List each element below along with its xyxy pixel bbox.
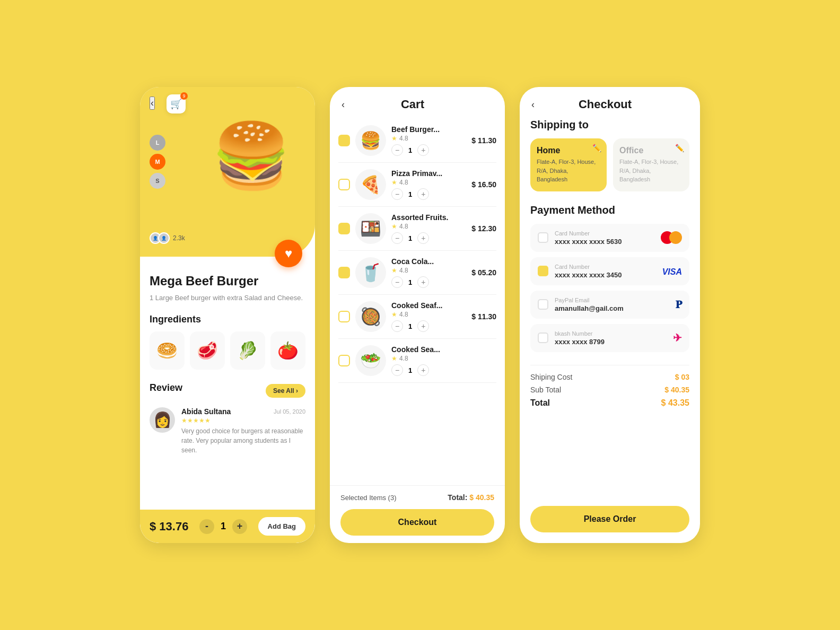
cart-qty-num-0: 1 (408, 146, 412, 154)
cart-qty-plus-4[interactable]: + (417, 320, 429, 332)
cart-qty-num-1: 1 (408, 190, 412, 198)
cart-qty-plus-1[interactable]: + (417, 188, 429, 200)
payment-info-3: bkash Number xxxx xxxx 8799 (555, 330, 667, 346)
payment-logo-0 (661, 231, 682, 244)
payment-value-3: xxxx xxxx 8799 (555, 338, 667, 346)
checkout-back-button[interactable]: ‹ (531, 99, 535, 110)
payment-checkbox-1[interactable] (538, 266, 548, 276)
avatar-M: M (150, 154, 165, 170)
cart-item: 🥤 Coca Cola... ★ 4.8 − 1 + $ 05.20 (338, 251, 496, 295)
favorite-button[interactable]: ♥ (275, 240, 302, 267)
cart-item-img-2: 🍱 (355, 213, 386, 244)
cart-item-checkbox-0[interactable] (338, 135, 350, 146)
cart-item-name-4: Cooked Seaf... (391, 301, 461, 310)
quantity-value: 1 (221, 521, 226, 532)
home-edit-icon[interactable]: ✏️ (592, 144, 601, 152)
cart-item: 🥗 Cooked Sea... ★ 4.8 − 1 + (338, 339, 496, 383)
cart-qty-minus-5[interactable]: − (391, 364, 403, 376)
visa-logo: VISA (662, 267, 682, 276)
checkout-body: Shipping to Home Flate-A, Flor-3, House,… (520, 119, 700, 497)
cart-item-star-3: ★ (391, 267, 397, 274)
payment-checkbox-2[interactable] (538, 299, 548, 310)
cart-item-star-4: ★ (391, 311, 397, 318)
total-label-text: Total: (448, 493, 467, 502)
cart-qty-num-2: 1 (408, 234, 412, 242)
cart-item-checkbox-4[interactable] (338, 311, 350, 322)
reviewer-avatar: 👩 (150, 407, 175, 433)
payment-checkbox-0[interactable] (538, 232, 548, 243)
hero-section: ‹ 🛒 9 L M S 🍔 👤 👤 2.3k ♥ (140, 87, 315, 257)
home-address-text: Flate-A, Flor-3, House, R/A, Dhaka, Bang… (537, 158, 600, 184)
cart-item-checkbox-2[interactable] (338, 223, 350, 234)
cart-item-price-0: $ 11.30 (467, 136, 496, 145)
cart-item-checkbox-1[interactable] (338, 179, 350, 190)
cart-qty-plus-2[interactable]: + (417, 232, 429, 244)
payment-checkbox-3[interactable] (538, 332, 548, 343)
cart-qty-minus-2[interactable]: − (391, 232, 403, 244)
review-top: Abida Sultana Jul 05, 2020 (181, 407, 305, 416)
cart-qty-plus-0[interactable]: + (417, 144, 429, 156)
back-button[interactable]: ‹ (150, 97, 155, 110)
mastercard-logo (661, 231, 682, 244)
office-edit-icon[interactable]: ✏️ (675, 144, 684, 152)
checkout-header: ‹ Checkout (520, 87, 700, 119)
review-card: 👩 Abida Sultana Jul 05, 2020 ★★★★★ Very … (150, 407, 305, 455)
shipping-cost-label: Shiping Cost (530, 373, 572, 381)
payment-method-2[interactable]: PayPal Email amanullah@gail.com 𝐏 (530, 291, 689, 319)
cart-item-price-3: $ 05.20 (467, 268, 496, 277)
payment-info-0: Card Number xxxx xxxx xxxx 5630 (555, 230, 654, 246)
review-title: Review (150, 382, 182, 393)
payment-logo-1: VISA (662, 264, 682, 278)
payment-method-3[interactable]: bkash Number xxxx xxxx 8799 ✈ (530, 324, 689, 352)
likes-count: 2.3k (173, 234, 185, 242)
ingredients-title: Ingredients (150, 314, 305, 325)
total-amount: $ 40.35 (469, 493, 494, 502)
payment-logo-3: ✈ (673, 331, 682, 345)
cart-qty-minus-1[interactable]: − (391, 188, 403, 200)
cart-item-name-2: Assorted Fruits. (391, 213, 461, 222)
cart-qty-controls-5: − 1 + (391, 364, 461, 376)
cart-item-rating-value-3: 4.8 (399, 267, 408, 274)
cart-item-checkbox-3[interactable] (338, 267, 350, 278)
quantity-minus[interactable]: - (199, 519, 214, 534)
home-address-title: Home (537, 146, 600, 155)
review-header: Review See All › (150, 382, 305, 400)
payment-label-0: Card Number (555, 230, 654, 237)
cart-qty-plus-5[interactable]: + (417, 364, 429, 376)
user-avatars: L M S (150, 135, 165, 189)
quantity-controls: - 1 + (197, 519, 249, 534)
review-stars: ★★★★★ (181, 417, 305, 424)
cart-qty-plus-3[interactable]: + (417, 276, 429, 288)
payment-method-1[interactable]: Card Number xxxx xxxx xxxx 3450 VISA (530, 257, 689, 285)
cart-item-checkbox-5[interactable] (338, 355, 350, 366)
cart-item-img-3: 🥤 (355, 257, 386, 288)
cart-item-rating-value-5: 4.8 (399, 355, 408, 362)
cart-back-button[interactable]: ‹ (342, 99, 345, 110)
cart-item-rating-value-4: 4.8 (399, 311, 408, 318)
cart-item-star-0: ★ (391, 135, 397, 142)
payment-label-1: Card Number (555, 264, 656, 270)
payment-logo-2: 𝐏 (676, 298, 682, 311)
cart-item-price-1: $ 16.50 (467, 180, 496, 189)
payment-method-0[interactable]: Card Number xxxx xxxx xxxx 5630 (530, 224, 689, 252)
checkout-button[interactable]: Checkout (340, 509, 494, 536)
cart-qty-minus-4[interactable]: − (391, 320, 403, 332)
cart-qty-minus-0[interactable]: − (391, 144, 403, 156)
home-address-card[interactable]: Home Flate-A, Flor-3, House, R/A, Dhaka,… (530, 138, 607, 191)
review-content: Abida Sultana Jul 05, 2020 ★★★★★ Very go… (181, 407, 305, 455)
ingredients-section: Ingredients 🥯 🥩 🥬 🍅 (150, 314, 305, 370)
cart-qty-num-3: 1 (408, 278, 412, 286)
add-to-bag-button[interactable]: Add Bag (258, 517, 305, 536)
cart-item: 🍕 Pizza Primav... ★ 4.8 − 1 + $ 16.50 (338, 163, 496, 207)
cart-qty-minus-3[interactable]: − (391, 276, 403, 288)
see-all-button[interactable]: See All › (266, 384, 305, 398)
checkout-footer: Please Order (520, 497, 700, 543)
please-order-button[interactable]: Please Order (530, 506, 689, 532)
office-address-card[interactable]: Office Flate-A, Flor-3, House, R/A, Dhak… (613, 138, 689, 191)
bkash-logo: ✈ (673, 332, 682, 344)
cart-qty-controls-2: − 1 + (391, 232, 461, 244)
shipping-cost-value: $ 03 (675, 373, 689, 381)
quantity-plus[interactable]: + (232, 519, 247, 534)
ingredient-tomato: 🍅 (270, 331, 305, 370)
cart-qty-controls-4: − 1 + (391, 320, 461, 332)
